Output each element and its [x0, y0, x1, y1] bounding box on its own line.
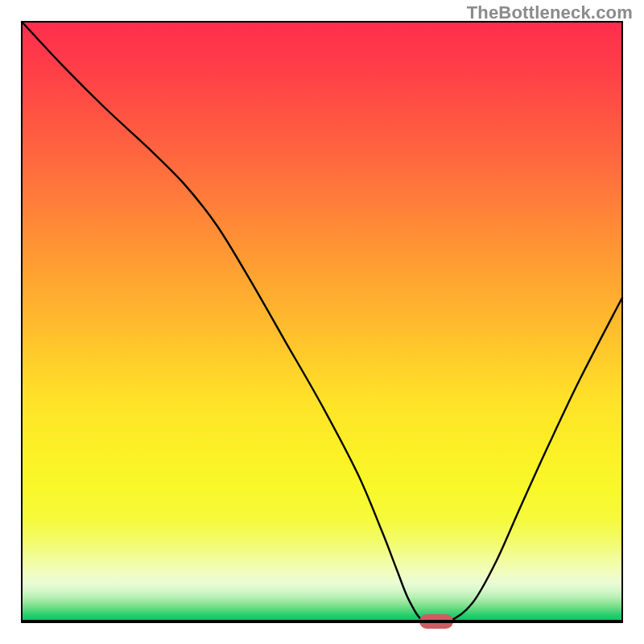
axis-right — [621, 21, 623, 623]
curve-layer — [22, 22, 622, 621]
bottleneck-curve — [22, 22, 622, 624]
axis-bottom — [21, 620, 623, 623]
axis-left — [21, 21, 23, 623]
chart-container: { "watermark": "TheBottleneck.com", "cha… — [0, 0, 644, 644]
plot-area — [22, 22, 622, 621]
axis-top — [21, 21, 623, 23]
